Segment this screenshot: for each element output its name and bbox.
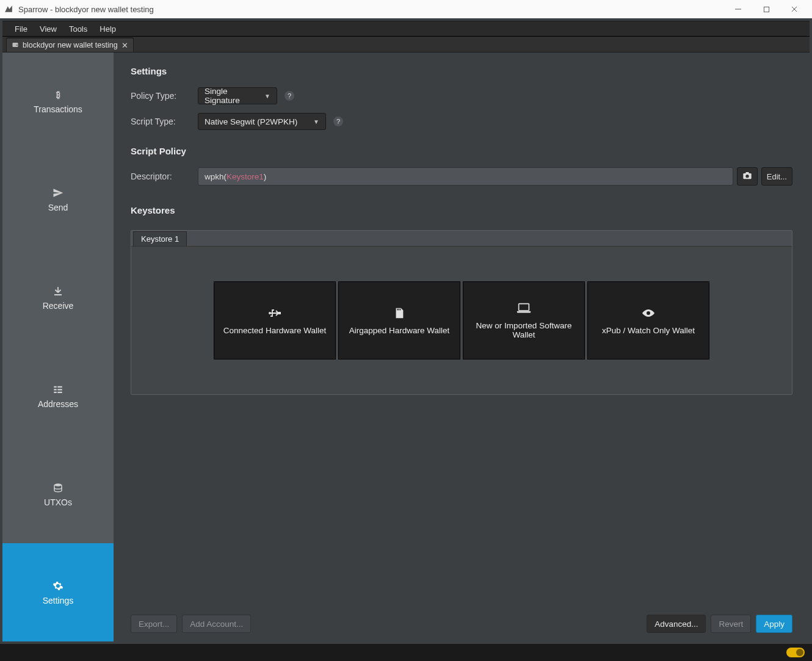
sdcard-icon xyxy=(394,306,405,320)
help-icon[interactable]: ? xyxy=(285,91,294,101)
help-icon[interactable]: ? xyxy=(333,117,343,126)
svg-rect-22 xyxy=(519,304,529,311)
tab-strip: blockdyor new wallet testing ✕ xyxy=(2,37,810,52)
status-bar xyxy=(0,644,812,661)
export-button[interactable]: Export... xyxy=(131,615,177,633)
settings-title: Settings xyxy=(131,66,792,76)
keystores-panel: Keystore 1 Connected Hardware Wallet Air… xyxy=(131,230,792,395)
airgapped-hardware-wallet-button[interactable]: Airgapped Hardware Wallet xyxy=(338,281,460,359)
policy-type-select[interactable]: Single Signature ▼ xyxy=(198,87,277,104)
app-icon xyxy=(4,4,13,14)
sidebar-item-label: Settings xyxy=(43,596,74,605)
descriptor-label: Descriptor: xyxy=(131,172,198,181)
addresses-icon xyxy=(51,383,65,396)
close-icon[interactable]: ✕ xyxy=(121,41,128,50)
receive-icon xyxy=(51,285,65,297)
menu-file[interactable]: File xyxy=(9,23,34,35)
software-wallet-button[interactable]: New or Imported Software Wallet xyxy=(463,281,585,359)
sidebar-item-utxos[interactable]: UTXOs xyxy=(2,445,114,543)
keystore-option-label: Connected Hardware Wallet xyxy=(223,326,326,335)
add-account-button[interactable]: Add Account... xyxy=(182,615,251,633)
menu-help[interactable]: Help xyxy=(93,23,122,35)
connected-hardware-wallet-button[interactable]: Connected Hardware Wallet xyxy=(214,281,336,359)
window-titlebar: Sparrow - blockdyor new wallet testing xyxy=(0,0,812,18)
window-controls xyxy=(724,0,808,18)
svg-point-15 xyxy=(745,175,749,178)
sidebar-item-label: Receive xyxy=(43,301,74,311)
script-type-label: Script Type: xyxy=(131,117,198,126)
laptop-icon xyxy=(516,302,532,315)
descriptor-key: Keystore1 xyxy=(227,172,264,181)
sidebar-item-addresses[interactable]: Addresses xyxy=(2,347,114,445)
watch-only-wallet-button[interactable]: xPub / Watch Only Wallet xyxy=(587,281,709,359)
svg-rect-20 xyxy=(399,308,399,310)
chevron-down-icon: ▼ xyxy=(313,118,319,125)
window-title: Sparrow - blockdyor new wallet testing xyxy=(18,5,724,14)
svg-rect-5 xyxy=(16,45,18,46)
chevron-down-icon: ▼ xyxy=(264,93,270,99)
utxos-icon xyxy=(51,482,65,494)
policy-type-value: Single Signature xyxy=(205,87,257,105)
edit-descriptor-button[interactable]: Edit... xyxy=(761,167,792,186)
eye-icon xyxy=(641,306,656,320)
svg-rect-9 xyxy=(54,389,57,390)
connection-toggle[interactable] xyxy=(786,648,805,657)
wallet-tab-label: blockdyor new wallet testing xyxy=(23,41,118,49)
apply-button[interactable]: Apply xyxy=(756,615,792,633)
svg-point-24 xyxy=(647,311,650,315)
menu-tools[interactable]: Tools xyxy=(63,23,93,35)
svg-rect-18 xyxy=(278,312,281,314)
keystores-tabs: Keystore 1 xyxy=(131,231,792,247)
camera-icon xyxy=(742,172,752,182)
script-type-select[interactable]: Native Segwit (P2WPKH) ▼ xyxy=(198,113,326,130)
window-minimize-button[interactable] xyxy=(724,0,752,18)
edit-button-label: Edit... xyxy=(767,172,787,181)
keystore-option-label: Airgapped Hardware Wallet xyxy=(349,326,450,335)
descriptor-prefix: wpkh( xyxy=(205,172,227,181)
wallet-tab[interactable]: blockdyor new wallet testing ✕ xyxy=(6,37,134,52)
revert-button[interactable]: Revert xyxy=(711,615,751,633)
svg-rect-21 xyxy=(400,308,401,310)
svg-rect-11 xyxy=(54,392,57,393)
window-maximize-button[interactable] xyxy=(752,0,780,18)
svg-rect-12 xyxy=(57,392,62,393)
sidebar-item-label: UTXOs xyxy=(44,497,72,507)
svg-rect-10 xyxy=(57,389,62,390)
keystore-tab[interactable]: Keystore 1 xyxy=(133,231,187,246)
svg-point-13 xyxy=(54,483,62,486)
descriptor-field[interactable]: wpkh(Keystore1) xyxy=(198,167,733,186)
sidebar-item-label: Send xyxy=(48,203,68,212)
svg-rect-1 xyxy=(764,7,769,12)
keystore-option-label: New or Imported Software Wallet xyxy=(469,321,578,339)
sidebar-item-label: Addresses xyxy=(38,399,78,409)
script-policy-title: Script Policy xyxy=(131,146,792,156)
usb-icon xyxy=(267,306,282,320)
sidebar: ₿ Transactions Send Receive Addresses xyxy=(2,52,114,641)
window-close-button[interactable] xyxy=(780,0,808,18)
svg-rect-7 xyxy=(54,386,57,388)
policy-type-label: Policy Type: xyxy=(131,91,198,101)
svg-rect-19 xyxy=(397,308,397,310)
keystores-title: Keystores xyxy=(131,205,792,215)
sidebar-item-send[interactable]: Send xyxy=(2,151,114,249)
advanced-button[interactable]: Advanced... xyxy=(647,615,706,633)
menu-view[interactable]: View xyxy=(34,23,63,35)
send-icon xyxy=(51,187,65,199)
keystore-option-label: xPub / Watch Only Wallet xyxy=(602,326,695,335)
bottom-actions: Export... Add Account... Advanced... Rev… xyxy=(131,609,792,633)
sidebar-item-receive[interactable]: Receive xyxy=(2,249,114,347)
sidebar-item-transactions[interactable]: ₿ Transactions xyxy=(2,52,114,151)
descriptor-suffix: ) xyxy=(264,172,267,181)
wallet-tab-icon xyxy=(12,41,19,50)
gear-icon xyxy=(51,580,65,592)
svg-point-17 xyxy=(269,312,271,314)
keystore-tab-label: Keystore 1 xyxy=(141,234,179,244)
scan-qr-button[interactable] xyxy=(737,167,758,186)
sidebar-item-settings[interactable]: Settings xyxy=(2,543,114,641)
svg-rect-16 xyxy=(745,172,749,174)
menubar: File View Tools Help xyxy=(2,21,810,37)
svg-rect-23 xyxy=(517,311,531,313)
svg-text:₿: ₿ xyxy=(56,90,60,99)
content-pane: Settings Policy Type: Single Signature ▼… xyxy=(114,52,810,641)
sidebar-item-label: Transactions xyxy=(34,104,82,114)
